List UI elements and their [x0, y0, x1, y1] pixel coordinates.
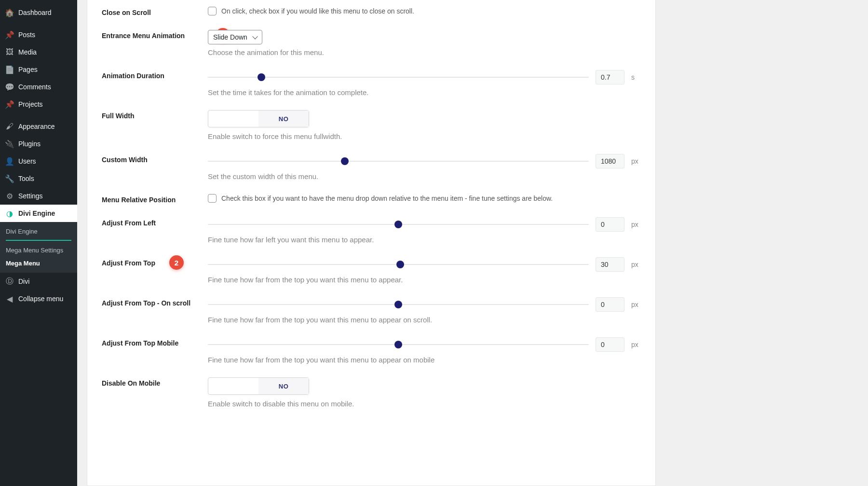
slider-thumb[interactable]	[394, 301, 402, 308]
sidebar-item-dashboard[interactable]: 🏠 Dashboard	[0, 4, 77, 21]
plugin-icon: 🔌	[5, 139, 14, 149]
field-label: Close on Scroll	[102, 7, 208, 16]
dashboard-icon: 🏠	[5, 8, 14, 17]
sidebar-item-posts[interactable]: 📌 Posts	[0, 26, 77, 43]
field-label: Custom Width	[102, 154, 208, 164]
sidebar-item-collapse[interactable]: ◀ Collapse menu	[0, 290, 77, 307]
select-value: Slide Down	[213, 33, 247, 41]
sidebar-item-label: Users	[18, 157, 36, 165]
animation-duration-input[interactable]: 0.7	[596, 70, 624, 84]
slider-thumb[interactable]	[258, 73, 265, 81]
divi-icon: Ⓓ	[5, 277, 14, 286]
sidebar-item-label: Settings	[18, 192, 43, 200]
sidebar-item-label: Posts	[18, 31, 35, 39]
pin-icon: 📌	[5, 30, 14, 40]
field-adjust-from-left: Adjust From Left 0 px Fine tune how far …	[102, 210, 641, 250]
submenu-item-mega-menu-settings[interactable]: Mega Menu Settings	[0, 244, 77, 257]
sidebar-item-media[interactable]: 🖼 Media	[0, 43, 77, 61]
field-description: Fine tune how far from the top you want …	[208, 316, 641, 324]
slider-thumb[interactable]	[396, 261, 404, 268]
collapse-icon: ◀	[5, 294, 14, 304]
slider-thumb[interactable]	[341, 157, 349, 165]
field-description: Enable switch to disable this menu on mo…	[208, 400, 641, 408]
field-description: Fine tune how far from the top you want …	[208, 276, 641, 284]
checkbox-text: Check this box if you want to have the m…	[221, 194, 553, 202]
sidebar-item-settings[interactable]: ⚙ Settings	[0, 187, 77, 205]
adjust-from-left-input[interactable]: 0	[596, 217, 624, 232]
submenu-item-mega-menu[interactable]: Mega Menu	[0, 257, 77, 270]
sidebar-item-label: Divi	[18, 278, 29, 285]
sidebar-item-divi[interactable]: Ⓓ Divi	[0, 273, 77, 290]
field-description: Enable switch to force this menu fullwid…	[208, 132, 641, 140]
field-entrance-animation: Entrance Menu Animation 1 Slide Down Cho…	[102, 23, 641, 63]
unit-label: px	[631, 341, 641, 348]
field-description: Fine tune how far from the top you want …	[208, 356, 641, 364]
adjust-from-top-slider[interactable]	[208, 264, 589, 265]
adjust-from-top-scroll-slider[interactable]	[208, 304, 589, 305]
field-adjust-from-top-scroll: Adjust From Top - On scroll 0 px Fine tu…	[102, 291, 641, 331]
submenu-item-divi-engine[interactable]: Divi Engine	[0, 225, 77, 238]
toggle-off: NO	[258, 378, 309, 394]
user-icon: 👤	[5, 156, 14, 166]
field-description: Set the custom width of this menu.	[208, 172, 641, 181]
field-description: Set the time it takes for the animation …	[208, 88, 641, 97]
sidebar-item-plugins[interactable]: 🔌 Plugins	[0, 135, 77, 153]
field-close-on-scroll: Close on Scroll On click, check box if y…	[102, 0, 641, 23]
sidebar-item-label: Tools	[18, 175, 34, 182]
field-label: Disable On Mobile	[102, 377, 208, 387]
sidebar-item-label: Comments	[18, 83, 51, 91]
checkbox-text: On click, check box if you would like th…	[221, 7, 414, 15]
field-label: Adjust From Top Mobile	[102, 337, 208, 347]
field-label: Adjust From Top 2	[102, 257, 208, 267]
sidebar-item-divi-engine[interactable]: ◑ Divi Engine	[0, 205, 77, 222]
sidebar-item-label: Dashboard	[18, 9, 52, 16]
sidebar-item-label: Projects	[18, 100, 43, 108]
full-width-toggle[interactable]: NO	[208, 110, 309, 127]
toggle-off: NO	[258, 111, 309, 127]
adjust-from-top-scroll-input[interactable]: 0	[596, 297, 624, 312]
animation-duration-slider[interactable]	[208, 77, 589, 78]
field-label: Menu Relative Position	[102, 194, 208, 204]
admin-sidebar: 🏠 Dashboard 📌 Posts 🖼 Media 📄 Pages 💬 Co…	[0, 0, 77, 486]
media-icon: 🖼	[5, 47, 14, 57]
field-full-width: Full Width NO Enable switch to force thi…	[102, 103, 641, 147]
field-description: Fine tune how far left you want this men…	[208, 236, 641, 244]
custom-width-slider[interactable]	[208, 161, 589, 162]
pin-icon: 📌	[5, 99, 14, 109]
unit-label: px	[631, 301, 641, 308]
field-animation-duration: Animation Duration 0.7 s Set the time it…	[102, 63, 641, 103]
adjust-from-left-slider[interactable]	[208, 224, 589, 225]
field-disable-on-mobile: Disable On Mobile NO Enable switch to di…	[102, 371, 641, 415]
adjust-from-top-input[interactable]: 30	[596, 257, 624, 272]
unit-label: px	[631, 261, 641, 268]
slider-thumb[interactable]	[394, 341, 402, 348]
sidebar-item-tools[interactable]: 🔧 Tools	[0, 170, 77, 187]
entrance-animation-select[interactable]: Slide Down	[208, 30, 262, 44]
menu-relative-position-checkbox[interactable]	[208, 194, 217, 203]
sidebar-item-label: Pages	[18, 66, 38, 73]
custom-width-input[interactable]: 1080	[596, 154, 624, 168]
slider-thumb[interactable]	[394, 221, 402, 228]
toggle-on	[208, 111, 258, 127]
field-description: Choose the animation for this menu.	[208, 48, 641, 56]
sidebar-item-pages[interactable]: 📄 Pages	[0, 61, 77, 78]
field-menu-relative-position: Menu Relative Position Check this box if…	[102, 187, 641, 210]
submenu-separator	[6, 240, 71, 241]
unit-label: s	[631, 73, 641, 81]
sidebar-item-appearance[interactable]: 🖌 Appearance	[0, 118, 77, 135]
field-adjust-from-top: Adjust From Top 2 30 px Fine tune how fa…	[102, 250, 641, 291]
sidebar-item-projects[interactable]: 📌 Projects	[0, 96, 77, 113]
adjust-from-top-mobile-slider[interactable]	[208, 344, 589, 345]
disable-on-mobile-toggle[interactable]: NO	[208, 377, 309, 395]
adjust-from-top-mobile-input[interactable]: 0	[596, 337, 624, 352]
settings-icon: ⚙	[5, 191, 14, 201]
close-on-scroll-checkbox[interactable]	[208, 7, 217, 15]
sidebar-item-comments[interactable]: 💬 Comments	[0, 78, 77, 96]
field-label: Animation Duration	[102, 70, 208, 80]
sidebar-item-users[interactable]: 👤 Users	[0, 153, 77, 170]
sidebar-submenu-divi-engine: Divi Engine Mega Menu Settings Mega Menu	[0, 222, 77, 273]
sidebar-item-label: Media	[18, 48, 37, 56]
unit-label: px	[631, 157, 641, 165]
page-icon: 📄	[5, 65, 14, 74]
field-adjust-from-top-mobile: Adjust From Top Mobile 0 px Fine tune ho…	[102, 331, 641, 371]
